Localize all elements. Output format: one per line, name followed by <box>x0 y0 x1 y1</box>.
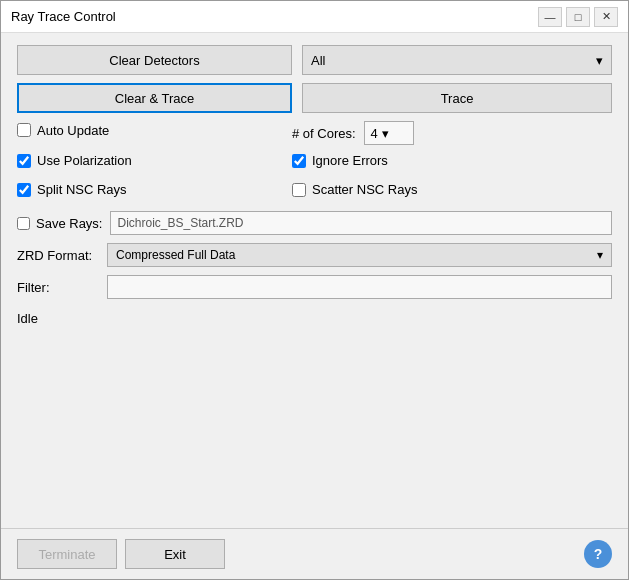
use-polarization-label: Use Polarization <box>37 153 132 168</box>
trace-button[interactable]: Trace <box>302 83 612 113</box>
cores-row: # of Cores: 4 ▾ <box>292 121 612 145</box>
right-col-2: Trace <box>302 83 612 113</box>
cores-arrow-icon: ▾ <box>382 126 389 141</box>
row-trace: Clear & Trace Trace <box>17 83 612 113</box>
ignore-errors-label: Ignore Errors <box>312 153 388 168</box>
save-rays-label: Save Rays: <box>36 216 102 231</box>
clear-detectors-button[interactable]: Clear Detectors <box>17 45 292 75</box>
clear-and-trace-button[interactable]: Clear & Trace <box>17 83 292 113</box>
row-filter: Filter: <box>17 275 612 299</box>
save-rays-input[interactable] <box>110 211 612 235</box>
ignore-errors-col: Ignore Errors <box>292 153 612 174</box>
filter-label: Filter: <box>17 280 107 295</box>
split-nsc-label: Split NSC Rays <box>37 182 127 197</box>
ignore-errors-row: Ignore Errors <box>292 153 612 168</box>
zrd-format-arrow-icon: ▾ <box>597 248 603 262</box>
zrd-format-label: ZRD Format: <box>17 248 107 263</box>
title-controls: — □ ✕ <box>538 7 618 27</box>
cores-label: # of Cores: <box>292 126 356 141</box>
all-dropdown-arrow: ▾ <box>596 53 603 68</box>
right-col-1: All ▾ <box>302 45 612 75</box>
all-label: All <box>311 53 325 68</box>
filter-input[interactable] <box>107 275 612 299</box>
zrd-format-value: Compressed Full Data <box>116 248 235 262</box>
save-rays-checkbox[interactable] <box>17 217 30 230</box>
row-zrd-format: ZRD Format: Compressed Full Data ▾ <box>17 243 612 267</box>
auto-update-col: Auto Update <box>17 123 292 144</box>
scatter-nsc-row: Scatter NSC Rays <box>292 182 612 197</box>
split-nsc-row: Split NSC Rays <box>17 182 292 197</box>
save-rays-check-group: Save Rays: <box>17 216 102 231</box>
row-save-rays: Save Rays: <box>17 211 612 235</box>
zrd-format-dropdown[interactable]: Compressed Full Data ▾ <box>107 243 612 267</box>
auto-update-checkbox[interactable] <box>17 123 31 137</box>
main-content: Clear Detectors All ▾ Clear & Trace Trac… <box>1 33 628 528</box>
row-polarization: Use Polarization Ignore Errors <box>17 153 612 174</box>
left-col-2: Clear & Trace <box>17 83 292 113</box>
split-nsc-checkbox[interactable] <box>17 183 31 197</box>
scatter-nsc-checkbox[interactable] <box>292 183 306 197</box>
ignore-errors-checkbox[interactable] <box>292 154 306 168</box>
spacer <box>17 330 612 516</box>
title-bar-left: Ray Trace Control <box>11 9 116 24</box>
row-nsc: Split NSC Rays Scatter NSC Rays <box>17 182 612 203</box>
main-window: Ray Trace Control — □ ✕ Clear Detectors … <box>0 0 629 580</box>
left-col-1: Clear Detectors <box>17 45 292 75</box>
cores-dropdown[interactable]: 4 ▾ <box>364 121 414 145</box>
cores-value: 4 <box>371 126 378 141</box>
auto-update-checkbox-row: Auto Update <box>17 123 292 138</box>
exit-button[interactable]: Exit <box>125 539 225 569</box>
footer: Terminate Exit ? <box>1 528 628 579</box>
maximize-button[interactable]: □ <box>566 7 590 27</box>
row-auto-update: Auto Update # of Cores: 4 ▾ <box>17 121 612 145</box>
help-button[interactable]: ? <box>584 540 612 568</box>
split-nsc-col: Split NSC Rays <box>17 182 292 203</box>
row-clear-detectors: Clear Detectors All ▾ <box>17 45 612 75</box>
all-dropdown[interactable]: All ▾ <box>302 45 612 75</box>
minimize-button[interactable]: — <box>538 7 562 27</box>
title-bar: Ray Trace Control — □ ✕ <box>1 1 628 33</box>
use-polarization-checkbox[interactable] <box>17 154 31 168</box>
scatter-nsc-col: Scatter NSC Rays <box>292 182 612 203</box>
close-button[interactable]: ✕ <box>594 7 618 27</box>
scatter-nsc-label: Scatter NSC Rays <box>312 182 417 197</box>
terminate-button[interactable]: Terminate <box>17 539 117 569</box>
use-polarization-row: Use Polarization <box>17 153 292 168</box>
window-title: Ray Trace Control <box>11 9 116 24</box>
status-text: Idle <box>17 311 612 326</box>
polarization-col: Use Polarization <box>17 153 292 174</box>
cores-col: # of Cores: 4 ▾ <box>292 121 612 145</box>
auto-update-label: Auto Update <box>37 123 109 138</box>
